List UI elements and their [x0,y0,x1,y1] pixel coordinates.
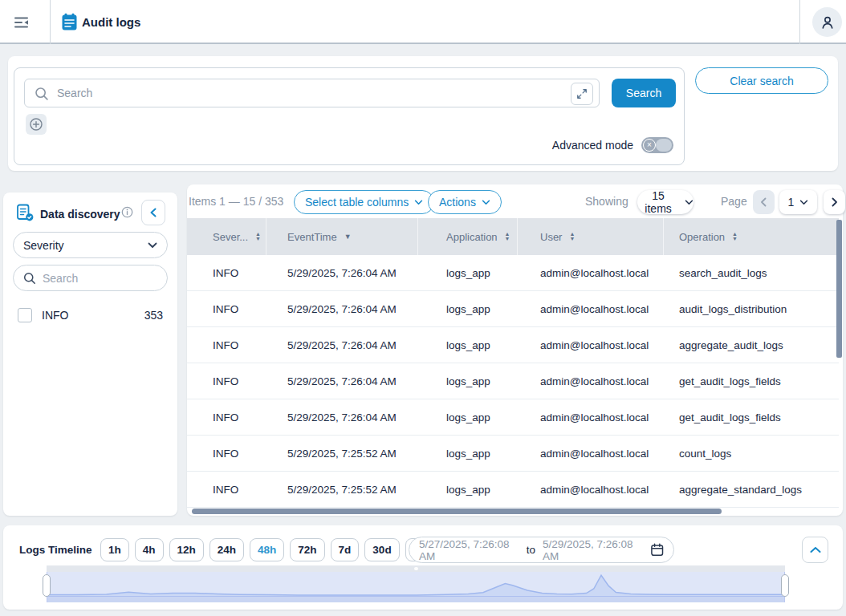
facet-item[interactable]: INFO353 [3,303,177,327]
cell-operation: aggregate_standard_logs [664,472,839,507]
previous-page-button[interactable] [753,190,775,214]
facet-search-field [13,265,168,291]
search-input[interactable] [57,79,563,107]
page-label: Page [721,195,747,208]
brush-handle-right[interactable] [781,574,789,597]
facet-search-input[interactable] [43,266,163,290]
horizontal-scrollbar[interactable] [192,509,722,514]
range-button-7d[interactable]: 7d [331,538,360,561]
topbar-divider-right [799,0,800,44]
collapse-menu-button[interactable] [10,11,33,34]
cell-operation: count_logs [664,436,839,471]
showing-label: Showing [585,195,628,208]
select-table-columns-button[interactable]: Select table columns [294,190,434,214]
next-page-button[interactable] [824,190,845,214]
cell-user: admin@localhost.local [518,291,664,326]
expand-query-button[interactable] [571,83,593,105]
brush-baseline-band [47,596,784,602]
top-bar: Audit logs [0,0,846,44]
column-label: Application [446,231,498,243]
table-row[interactable]: INFO5/29/2025, 7:26:04 AMlogs_appadmin@l… [187,327,839,363]
column-header-operation[interactable]: Operation▲▼ [664,218,839,255]
date-range-picker[interactable]: 5/27/2025, 7:26:08 AM to 5/29/2025, 7:26… [409,537,674,563]
advanced-mode-toggle[interactable]: × [641,137,673,153]
select-columns-label: Select table columns [305,196,409,209]
table-row[interactable]: INFO5/29/2025, 7:26:04 AMlogs_appadmin@l… [187,363,839,399]
date-from-value: 5/27/2025, 7:26:08 AM [419,538,519,562]
page-number-dropdown[interactable]: 1 [779,190,817,214]
table-row[interactable]: INFO5/29/2025, 7:26:04 AMlogs_appadmin@l… [187,291,839,327]
table-row[interactable]: INFO5/29/2025, 7:25:52 AMlogs_appadmin@l… [187,472,839,508]
timeline-title: Logs Timeline [19,544,92,556]
range-button-1h[interactable]: 1h [100,538,129,561]
cell-application: logs_app [418,363,518,399]
table-row[interactable]: INFO5/29/2025, 7:25:52 AMlogs_appadmin@l… [187,436,839,472]
cell-event_time: 5/29/2025, 7:26:04 AM [266,399,418,435]
table-row[interactable]: INFO5/29/2025, 7:26:04 AMlogs_appadmin@l… [187,255,839,291]
field-selector-dropdown[interactable]: Severity [13,232,168,258]
actions-button[interactable]: Actions [428,190,502,214]
cell-event_time: 5/29/2025, 7:26:04 AM [266,255,418,290]
column-header-user[interactable]: User▲▼ [518,218,664,255]
toggle-off-icon: × [643,139,656,152]
user-menu-button[interactable] [812,7,842,37]
brush-selection[interactable] [47,572,785,602]
cell-operation: search_audit_logs [664,255,839,290]
cell-severity: INFO [187,291,266,326]
brush-track[interactable] [47,565,785,572]
brush-handle-left[interactable] [43,574,51,597]
sort-icon[interactable]: ▲▼ [505,232,510,241]
column-header-severity[interactable]: Sever...▲▼ [187,218,266,255]
cell-event_time: 5/29/2025, 7:26:04 AM [266,363,418,399]
range-button-30d[interactable]: 30d [364,538,399,561]
collapse-panel-button[interactable] [141,200,165,225]
chevron-up-icon [810,546,821,553]
chevron-right-icon [831,197,838,207]
table-row[interactable]: INFO5/29/2025, 7:26:04 AMlogs_appadmin@l… [187,399,839,436]
cell-operation: get_audit_logs_fields [664,363,839,399]
user-icon [819,14,836,31]
audit-logs-app: Audit logs Searc [0,0,846,616]
cell-application: logs_app [418,436,518,471]
sort-icon[interactable]: ▲▼ [255,232,261,241]
range-button-12h[interactable]: 12h [169,538,204,561]
date-to-value: 5/29/2025, 7:26:08 AM [543,538,643,562]
cell-application: logs_app [418,255,518,290]
info-icon[interactable] [121,206,133,218]
query-builder: Search Advanced mode × [14,67,685,165]
facet-list: INFO353 [3,303,177,327]
sort-icon[interactable]: ▼ [344,234,352,239]
sort-icon[interactable]: ▲▼ [569,232,575,241]
range-button-48h[interactable]: 48h [250,538,284,561]
facet-count: 353 [144,309,163,322]
advanced-mode-row: Advanced mode × [552,137,673,153]
sort-icon[interactable]: ▲▼ [732,232,738,241]
search-icon [34,86,50,102]
cell-operation: audit_logs_distribution [664,291,839,326]
add-filter-button[interactable] [26,114,47,135]
plus-circle-icon [29,117,43,132]
chevron-down-icon [482,200,490,205]
cell-application: logs_app [418,399,518,435]
page-size-dropdown[interactable]: 15 items [637,190,693,214]
vertical-scrollbar[interactable] [836,220,842,358]
clear-search-button[interactable]: Clear search [695,67,828,94]
cell-user: admin@localhost.local [518,399,664,435]
column-header-application[interactable]: Application▲▼ [418,218,518,255]
search-icon [22,271,37,286]
collapse-timeline-button[interactable] [802,537,828,563]
field-selector-value: Severity [23,239,148,252]
calendar-icon [650,542,664,557]
menu-collapse-icon [12,13,31,32]
cell-user: admin@localhost.local [518,472,664,507]
cell-user: admin@localhost.local [518,255,664,290]
cell-severity: INFO [187,472,266,507]
range-button-72h[interactable]: 72h [290,538,324,561]
range-button-24h[interactable]: 24h [209,538,244,561]
facet-checkbox[interactable] [18,308,32,322]
column-header-event_time[interactable]: EventTime▼ [266,218,418,255]
topbar-divider [50,0,51,44]
chevron-left-icon [760,197,767,207]
range-button-4h[interactable]: 4h [135,538,164,561]
search-button[interactable]: Search [612,79,676,107]
